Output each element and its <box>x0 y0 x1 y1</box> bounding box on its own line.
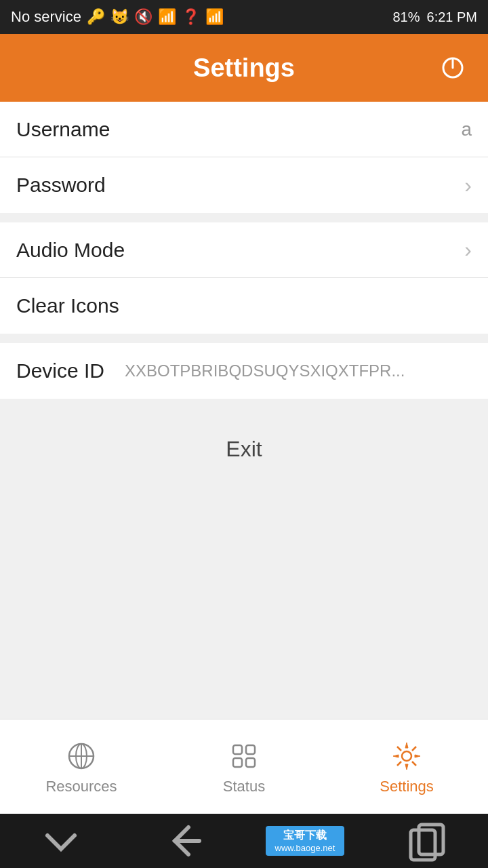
mute-icon: 🔇 <box>134 8 152 26</box>
status-left: No service 🔑 😺 🔇 📶 ❓ 📶 <box>11 8 224 26</box>
sys-nav-down-button[interactable] <box>34 821 88 861</box>
sys-nav-bar: 宝哥下载 www.baoge.net <box>0 814 488 868</box>
nav-resources-label: Resources <box>45 778 117 795</box>
audio-mode-chevron-icon: › <box>464 237 472 262</box>
badge-sub: www.baoge.net <box>275 843 336 853</box>
status-bar: No service 🔑 😺 🔇 📶 ❓ 📶 81% 6:21 PM <box>0 0 488 34</box>
group-device: Device ID XXBOTPBRIBQDSUQYSXIQXTFPR... <box>0 343 488 399</box>
exit-section: Exit <box>0 408 488 490</box>
app-bar: Settings <box>0 34 488 102</box>
sys-nav-recent-button[interactable] <box>400 821 454 861</box>
key-icon: 🔑 <box>87 8 105 26</box>
divider-3 <box>0 399 488 408</box>
nav-status-label: Status <box>223 778 265 795</box>
device-id-label: Device ID <box>16 359 125 382</box>
signal-bars-icon: 📶 <box>205 8 224 26</box>
nav-settings-label: Settings <box>380 778 434 795</box>
power-button[interactable] <box>434 49 472 87</box>
signal-text: No service <box>11 8 81 26</box>
page-title: Settings <box>54 54 434 83</box>
svg-rect-9 <box>246 758 255 767</box>
status-right: 81% 6:21 PM <box>392 9 477 25</box>
wifi-icon: 📶 <box>158 8 176 26</box>
svg-rect-8 <box>233 758 242 767</box>
username-row[interactable]: Username a <box>0 102 488 157</box>
audio-mode-row[interactable]: Audio Mode › <box>0 222 488 278</box>
password-label: Password <box>16 174 106 197</box>
svg-rect-6 <box>233 745 242 754</box>
device-id-row: Device ID XXBOTPBRIBQDSUQYSXIQXTFPR... <box>0 343 488 399</box>
password-chevron-icon: › <box>464 173 472 198</box>
bottom-nav: Resources Status Settings <box>0 719 488 814</box>
svg-point-10 <box>402 751 411 761</box>
clear-icons-label: Clear Icons <box>16 294 119 317</box>
time-text: 6:21 PM <box>427 9 477 25</box>
badge-text: 宝哥下载 <box>283 829 327 843</box>
face-icon: 😺 <box>110 8 129 26</box>
device-id-value: XXBOTPBRIBQDSUQYSXIQXTFPR... <box>125 361 405 380</box>
nav-item-settings[interactable]: Settings <box>325 738 488 795</box>
username-label: Username <box>16 118 110 141</box>
nav-item-status[interactable]: Status <box>163 738 325 795</box>
group-account: Username a Password › <box>0 102 488 213</box>
clear-icons-row[interactable]: Clear Icons <box>0 278 488 334</box>
password-row[interactable]: Password › <box>0 157 488 213</box>
nav-item-resources[interactable]: Resources <box>0 738 163 795</box>
battery-text: 81% <box>392 9 420 25</box>
divider-2 <box>0 334 488 343</box>
settings-content: Username a Password › Audio Mode › Clear… <box>0 102 488 719</box>
help-icon: ❓ <box>182 8 200 26</box>
sys-nav-badge[interactable]: 宝哥下载 www.baoge.net <box>278 821 332 861</box>
username-value: a <box>461 119 472 140</box>
audio-mode-label: Audio Mode <box>16 239 125 262</box>
svg-rect-7 <box>246 745 255 754</box>
group-display: Audio Mode › Clear Icons <box>0 222 488 334</box>
exit-button[interactable]: Exit <box>185 423 302 475</box>
divider-1 <box>0 213 488 222</box>
bottom-spacer <box>0 490 488 719</box>
sys-nav-back-button[interactable] <box>156 821 210 861</box>
